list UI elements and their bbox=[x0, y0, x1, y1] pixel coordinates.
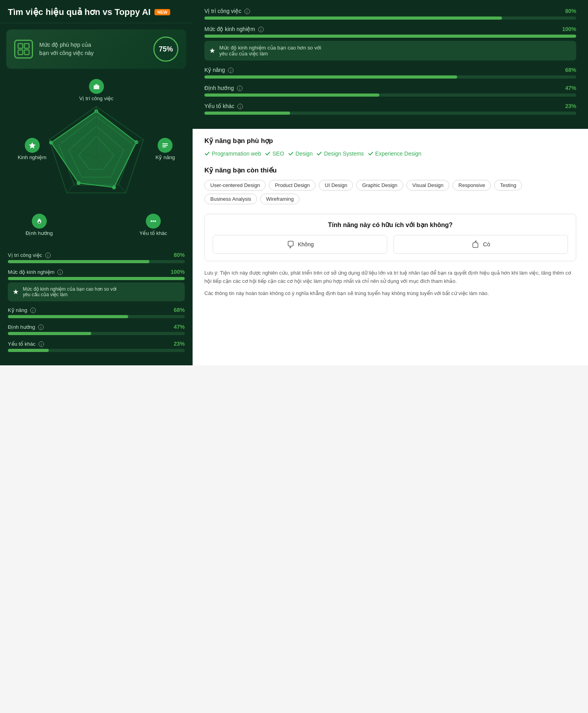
svg-rect-0 bbox=[18, 44, 23, 48]
skills-match-list: Programmation web SEO Design Design Syst… bbox=[204, 150, 576, 157]
feedback-box: Tính năng này có hữu ích với bạn không? … bbox=[204, 214, 576, 261]
feedback-buttons: Không Có bbox=[213, 235, 568, 254]
left-stat-yeu-to: Yếu tố khác i 23% bbox=[8, 341, 185, 352]
left-panel: Tìm việc hiệu quả hơn vs Toppy AI NEW Mứ… bbox=[0, 0, 193, 365]
right-info-dinh-huong[interactable]: i bbox=[237, 86, 243, 91]
radar-labels-container: Vị trí công việc Kỹ năng bbox=[18, 79, 175, 244]
skill-tag-testing: Testing bbox=[494, 180, 522, 191]
svg-point-21 bbox=[112, 185, 116, 189]
skills-match-section: Kỹ năng bạn phù hợp Programmation web SE… bbox=[204, 137, 576, 157]
radar-icon-top bbox=[89, 79, 104, 94]
svg-rect-2 bbox=[18, 50, 23, 55]
skill-tag-ui-design: UI Design bbox=[319, 180, 353, 191]
svg-point-10 bbox=[39, 222, 40, 223]
info-icon-vi-tri[interactable]: i bbox=[45, 253, 51, 258]
match-icon bbox=[14, 40, 33, 59]
header-title-text: Tìm việc hiệu quả hơn vs Toppy AI bbox=[8, 7, 151, 17]
right-stat-ky-nang: Kỹ năng i 68% bbox=[204, 67, 576, 79]
radar-label-bot-left: Định hướng bbox=[26, 214, 53, 236]
thumbs-up-icon bbox=[471, 240, 480, 249]
radar-label-right-text: Kỹ năng bbox=[156, 154, 175, 160]
info-icon-dinh-huong[interactable]: i bbox=[38, 324, 44, 330]
radar-label-bot-right-text: Yếu tố khác bbox=[140, 230, 167, 236]
svg-rect-3 bbox=[24, 50, 29, 55]
skill-tag-responsive: Responsive bbox=[452, 180, 491, 191]
skills-missing-title: Kỹ năng bạn còn thiếu bbox=[204, 166, 576, 174]
right-info-kinh-nghiem[interactable]: i bbox=[258, 27, 264, 32]
info-icon-kinh-nghiem[interactable]: i bbox=[57, 269, 63, 275]
left-stat-dinh-huong: Định hướng i 47% bbox=[8, 324, 185, 335]
skill-tag-business-analysis: Business Analysis bbox=[204, 194, 257, 204]
left-stat-vi-tri: Vị trí công việc i 80% bbox=[8, 252, 185, 263]
right-info-vi-tri[interactable]: i bbox=[244, 9, 250, 14]
header-title: Tìm việc hiệu quả hơn vs Toppy AI NEW bbox=[8, 7, 185, 17]
left-stat-ky-nang: Kỹ năng i 68% bbox=[8, 307, 185, 318]
svg-point-12 bbox=[153, 220, 154, 222]
svg-rect-6 bbox=[162, 143, 168, 144]
right-info-yeu-to[interactable]: i bbox=[237, 104, 243, 109]
match-text: Mức độ phù hợp củabạn với công việc này bbox=[39, 41, 147, 57]
star-icon-left: ★ bbox=[13, 288, 19, 296]
skills-missing-section: Kỹ năng bạn còn thiếu User-centered Desi… bbox=[204, 166, 576, 204]
thumbs-down-icon bbox=[286, 240, 295, 249]
svg-point-11 bbox=[151, 220, 152, 222]
skill-tag-visual-design: Visual Design bbox=[406, 180, 449, 191]
skills-missing-list: User-centered Design Product Design UI D… bbox=[204, 180, 576, 204]
right-panel: Vị trí công việc i 80% Mức độ kinh nghiệ… bbox=[193, 0, 588, 315]
skill-match-programmation: Programmation web bbox=[204, 150, 261, 157]
svg-marker-9 bbox=[29, 142, 35, 148]
feedback-no-button[interactable]: Không bbox=[213, 235, 387, 254]
radar-label-top: Vị trí công việc bbox=[79, 79, 113, 101]
radar-svg bbox=[41, 99, 151, 216]
skill-match-seo: SEO bbox=[265, 150, 284, 157]
right-stat-vi-tri: Vị trí công việc i 80% bbox=[204, 8, 576, 20]
svg-rect-7 bbox=[162, 145, 168, 146]
skills-match-title: Kỹ năng bạn phù hợp bbox=[204, 137, 576, 145]
left-stat-kinh-nghiem: Mức độ kinh nghiệm i 100% ★ Mức độ kinh … bbox=[8, 269, 185, 301]
header-bar: Tìm việc hiệu quả hơn vs Toppy AI NEW bbox=[0, 0, 193, 23]
right-top-section: Vị trí công việc i 80% Mức độ kinh nghiệ… bbox=[193, 0, 588, 129]
left-stats: Vị trí công việc i 80% Mức độ kinh nghiệ… bbox=[0, 248, 193, 365]
feedback-title: Tính năng này có hữu ích với bạn không? bbox=[213, 221, 568, 229]
svg-point-13 bbox=[154, 220, 156, 222]
skill-match-design: Design bbox=[288, 150, 313, 157]
svg-rect-8 bbox=[162, 147, 166, 147]
skill-match-design-systems: Design Systems bbox=[316, 150, 364, 157]
feedback-no-label: Không bbox=[298, 241, 314, 247]
right-stat-kinh-nghiem: Mức độ kinh nghiệm i 100% ★ Mức độ kinh … bbox=[204, 26, 576, 60]
radar-label-bot-left-text: Định hướng bbox=[26, 230, 53, 236]
svg-rect-4 bbox=[94, 85, 99, 89]
skill-tag-wireframing: Wireframing bbox=[260, 194, 300, 204]
radar-label-right: Kỹ năng bbox=[156, 138, 175, 160]
info-icon-ky-nang[interactable]: i bbox=[30, 308, 36, 313]
feedback-yes-label: Có bbox=[483, 241, 490, 247]
radar-icon-left bbox=[25, 138, 40, 153]
info-icon-yeu-to[interactable]: i bbox=[39, 341, 44, 347]
right-info-ky-nang[interactable]: i bbox=[228, 68, 233, 73]
skill-match-experience-design: Experience Design bbox=[368, 150, 422, 157]
skill-tag-graphic-design: Graphic Design bbox=[356, 180, 403, 191]
right-stat-yeu-to: Yếu tố khác i 23% bbox=[204, 103, 576, 115]
right-stat-dinh-huong: Định hướng i 47% bbox=[204, 85, 576, 97]
radar-icon-right bbox=[158, 138, 173, 153]
note-text-2: Các thông tin này hoàn toàn không có ý n… bbox=[204, 290, 576, 298]
svg-point-22 bbox=[77, 181, 81, 185]
new-badge: NEW bbox=[154, 9, 170, 15]
match-percent: 75% bbox=[153, 37, 178, 62]
right-exp-note: ★ Mức độ kinh nghiệm của bạn cao hơn so … bbox=[204, 41, 576, 60]
radar-area: Vị trí công việc Kỹ năng bbox=[0, 75, 193, 248]
app-container: Tìm việc hiệu quả hơn vs Toppy AI NEW Mứ… bbox=[0, 0, 588, 365]
svg-rect-1 bbox=[24, 44, 29, 48]
feedback-yes-button[interactable]: Có bbox=[393, 235, 568, 254]
skill-tag-product-design: Product Design bbox=[269, 180, 316, 191]
radar-label-bot-right: Yếu tố khác bbox=[140, 214, 167, 236]
match-card: Mức độ phù hợp củabạn với công việc này … bbox=[6, 29, 186, 69]
left-exp-note: ★ Mức độ kinh nghiệm của bạn cao hơn so … bbox=[8, 282, 185, 301]
skill-tag-user-centered: User-centered Design bbox=[204, 180, 266, 191]
notes-section: Lưu ý: Tiện ích này được nghiên cứu, phá… bbox=[204, 269, 576, 297]
right-star-icon: ★ bbox=[209, 46, 215, 55]
svg-rect-5 bbox=[95, 84, 97, 86]
note-text-1: Lưu ý: Tiện ích này được nghiên cứu, phá… bbox=[204, 269, 576, 286]
svg-point-20 bbox=[134, 140, 138, 144]
svg-marker-18 bbox=[51, 111, 136, 187]
